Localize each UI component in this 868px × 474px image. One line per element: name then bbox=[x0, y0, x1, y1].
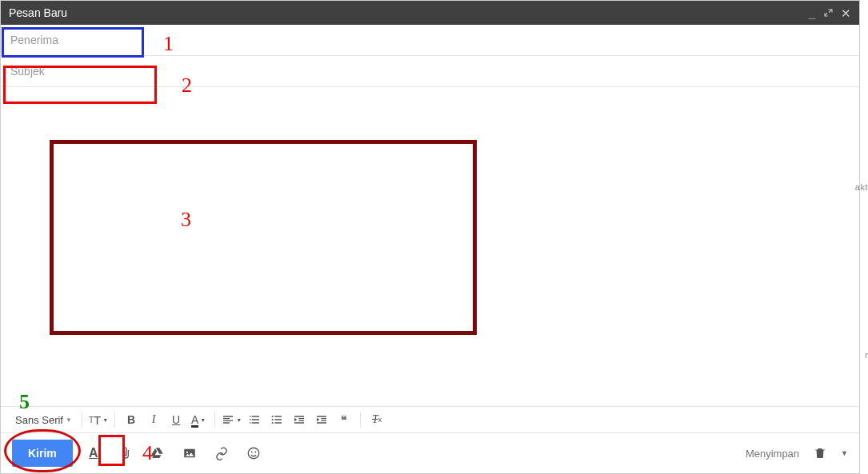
send-button[interactable]: Kirim bbox=[12, 440, 73, 467]
font-family-select[interactable]: Sans Serif ▼ bbox=[15, 414, 75, 426]
italic-button[interactable]: I bbox=[144, 410, 163, 429]
svg-point-1 bbox=[272, 419, 274, 420]
recipient-row bbox=[1, 25, 859, 56]
numbered-list-button[interactable] bbox=[245, 410, 264, 429]
bullet-list-button[interactable] bbox=[267, 410, 286, 429]
chevron-down-icon: ▼ bbox=[102, 417, 108, 423]
saving-status: Menyimpan bbox=[746, 448, 799, 460]
titlebar-actions: _ ✕ bbox=[809, 7, 851, 19]
body-area bbox=[1, 87, 859, 406]
svg-point-0 bbox=[272, 416, 274, 417]
separator bbox=[114, 412, 115, 428]
underline-button[interactable]: U bbox=[166, 410, 186, 429]
trash-icon[interactable] bbox=[809, 442, 831, 464]
cropped-text: akt bbox=[855, 182, 868, 192]
bottom-left: Kirim A bbox=[12, 440, 265, 467]
chevron-down-icon: ▼ bbox=[200, 417, 206, 423]
format-toolbar: Sans Serif ▼ TT▼ B I U A ▼ ▼ bbox=[1, 406, 859, 433]
chevron-down-icon: ▼ bbox=[236, 417, 242, 423]
attach-icon[interactable] bbox=[114, 442, 137, 464]
align-button[interactable]: ▼ bbox=[222, 410, 242, 429]
font-family-label: Sans Serif bbox=[15, 414, 63, 426]
separator bbox=[82, 412, 82, 428]
subject-row bbox=[1, 56, 859, 87]
bold-button[interactable]: B bbox=[122, 410, 141, 429]
photo-icon[interactable] bbox=[178, 442, 201, 464]
remove-formatting-button[interactable]: Tx bbox=[367, 410, 386, 429]
indent-less-button[interactable] bbox=[290, 410, 309, 429]
svg-point-2 bbox=[272, 422, 274, 424]
recipient-input[interactable] bbox=[10, 25, 850, 55]
text-color-button[interactable]: A ▼ bbox=[189, 410, 208, 429]
minimize-icon[interactable]: _ bbox=[809, 7, 815, 19]
bottom-bar: Kirim A Menyimpan bbox=[1, 433, 859, 473]
separator bbox=[360, 412, 361, 428]
bottom-right: Menyimpan ▼ bbox=[746, 442, 848, 464]
svg-point-5 bbox=[254, 452, 256, 453]
window-title: Pesan Baru bbox=[9, 6, 67, 19]
chevron-down-icon: ▼ bbox=[66, 416, 72, 424]
formatting-toggle-icon[interactable]: A bbox=[82, 442, 105, 464]
link-icon[interactable] bbox=[210, 442, 233, 464]
svg-point-3 bbox=[248, 448, 259, 459]
quote-button[interactable]: ❝ bbox=[334, 410, 354, 429]
body-textarea[interactable] bbox=[10, 94, 850, 406]
font-size-button[interactable]: TT▼ bbox=[89, 410, 108, 429]
indent-more-button[interactable] bbox=[312, 410, 331, 429]
close-icon[interactable]: ✕ bbox=[841, 7, 851, 19]
titlebar: Pesan Baru _ ✕ bbox=[1, 1, 859, 25]
separator bbox=[214, 412, 215, 428]
subject-input[interactable] bbox=[10, 56, 850, 86]
more-menu-icon[interactable]: ▼ bbox=[841, 449, 848, 457]
cropped-text: r bbox=[865, 350, 868, 360]
compose-window: Pesan Baru _ ✕ Sans Serif ▼ TT▼ B I U A bbox=[0, 0, 860, 474]
popout-icon[interactable] bbox=[823, 7, 833, 19]
drive-icon[interactable] bbox=[146, 442, 169, 464]
emoji-icon[interactable] bbox=[242, 442, 265, 464]
svg-point-4 bbox=[251, 452, 253, 453]
